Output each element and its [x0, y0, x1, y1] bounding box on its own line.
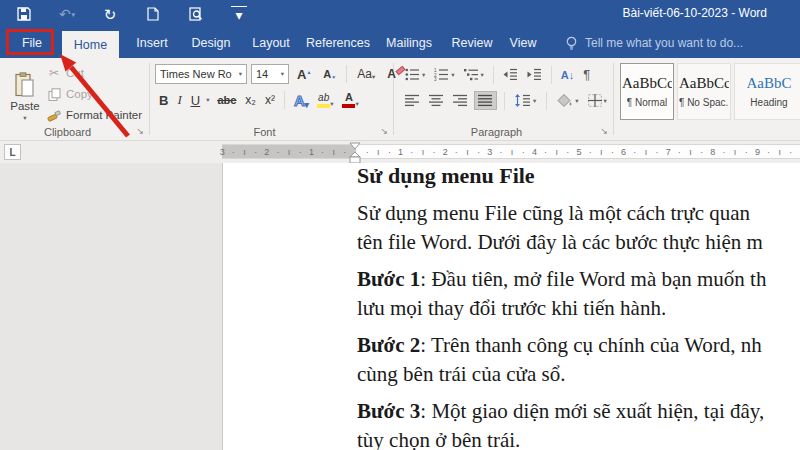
clipboard-dialog-launcher-icon[interactable]: ↘ — [136, 127, 144, 136]
show-hide-pilcrow-button[interactable]: ¶ — [580, 65, 593, 84]
document-area: Sử dụng menu File Sử dụng menu File cũng… — [0, 163, 800, 450]
ruler-row: L 321123456789·ı··ı··ı··ı··ı··ı··ı··ı··ı… — [0, 141, 800, 163]
font-color-bar — [342, 104, 355, 108]
tab-design[interactable]: Design — [183, 28, 239, 58]
line-spacing-button[interactable]: ▾ — [512, 92, 539, 109]
increase-indent-button[interactable] — [524, 66, 545, 83]
tab-mailings[interactable]: Mailings — [377, 28, 441, 58]
style-heading[interactable]: AaBbC Heading — [734, 63, 800, 120]
paragraph-group-label: Paragraph — [394, 126, 599, 138]
cut-button[interactable]: ✂ Cut — [46, 66, 84, 80]
numbering-icon: 123 — [434, 68, 449, 81]
highlight-color-bar — [317, 104, 330, 108]
ribbon: Paste ▾ ✂ Cut Copy Format Painter Clipbo… — [0, 58, 800, 141]
document-page[interactable]: Sử dụng menu File Sử dụng menu File cũng… — [222, 163, 800, 450]
increase-indent-icon — [527, 68, 542, 81]
tab-home[interactable]: Home — [62, 31, 119, 58]
superscript-button[interactable]: x² — [261, 93, 279, 107]
decrease-indent-button[interactable] — [500, 66, 521, 83]
format-painter-icon — [46, 108, 62, 122]
cut-icon: ✂ — [46, 66, 62, 80]
shrink-font-button[interactable]: A▼ — [319, 68, 340, 80]
ruler-ticks: 321123456789·ı··ı··ı··ı··ı··ı··ı··ı··ı··… — [0, 146, 800, 159]
multilevel-list-button[interactable]: ▾ — [461, 66, 487, 83]
shading-icon — [557, 94, 573, 107]
customize-qat-icon[interactable]: ▾ — [231, 6, 247, 22]
align-center-icon — [429, 94, 444, 107]
clipboard-group: Paste ▾ ✂ Cut Copy Format Painter Clipbo… — [0, 58, 149, 140]
font-group-label: Font — [150, 126, 379, 138]
style-normal[interactable]: AaBbCc ¶ Normal — [620, 63, 674, 120]
grow-font-button[interactable]: A▲ — [293, 67, 315, 82]
ribbon-tab-bar: File Home Insert Design Layout Reference… — [0, 28, 800, 58]
save-icon[interactable] — [16, 6, 32, 22]
tab-review[interactable]: Review — [445, 28, 499, 58]
italic-button[interactable]: I — [173, 92, 185, 108]
document-line: cùng bên trái của cửa sổ. — [357, 360, 766, 389]
chevron-down-icon: ▾ — [239, 70, 242, 78]
underline-button[interactable]: U — [187, 93, 204, 108]
shading-button[interactable]: ▾ — [554, 92, 581, 109]
paste-dropdown-caret[interactable]: ▾ — [23, 114, 26, 122]
line-spacing-icon — [515, 94, 531, 107]
new-document-icon[interactable] — [145, 6, 161, 22]
bold-button[interactable]: B — [155, 93, 172, 108]
bullets-icon — [405, 68, 420, 81]
font-size-select[interactable]: 14 ▾ — [251, 64, 289, 84]
horizontal-ruler[interactable]: 321123456789·ı··ı··ı··ı··ı··ı··ı··ı··ı··… — [222, 144, 800, 159]
numbering-button[interactable]: 123 ▾ — [431, 66, 457, 83]
font-name-select[interactable]: Times New Ro ▾ — [155, 64, 247, 84]
tell-me-placeholder: Tell me what you want to do... — [585, 36, 743, 50]
borders-icon — [588, 94, 602, 107]
print-preview-icon[interactable] — [188, 6, 204, 22]
undo-icon[interactable]: ↶▾ — [59, 6, 75, 22]
borders-button[interactable]: ▾ — [585, 92, 610, 109]
justify-button[interactable] — [474, 91, 497, 110]
document-line: tùy chọn ở bên trái. — [357, 426, 766, 450]
document-text: Sử dụng menu File Sử dụng menu File cũng… — [357, 161, 766, 450]
subscript-button[interactable]: x₂ — [241, 93, 260, 107]
window-title: Bài-viết-06-10-2023 - Word — [622, 6, 767, 20]
tell-me-box[interactable]: Tell me what you want to do... — [565, 28, 743, 58]
align-left-button[interactable] — [402, 92, 423, 109]
font-dialog-launcher-icon[interactable]: ↘ — [380, 127, 388, 136]
paste-button[interactable]: Paste ▾ — [6, 64, 44, 130]
text-effects-button[interactable]: A▾ — [290, 92, 312, 109]
font-group: Times New Ro ▾ 14 ▾ A▲ A▼ Aa▾ A B I U ▾ … — [150, 58, 393, 140]
align-right-button[interactable] — [450, 92, 471, 109]
justify-icon — [478, 94, 493, 107]
paragraph-dialog-launcher-icon[interactable]: ↘ — [600, 127, 608, 136]
text-highlight-button[interactable]: ab ▾ — [313, 93, 337, 108]
change-case-button[interactable]: Aa▾ — [353, 67, 379, 81]
style-no-spacing[interactable]: AaBbCc ¶ No Spac... — [677, 63, 731, 120]
tab-references[interactable]: References — [303, 28, 373, 58]
align-center-button[interactable] — [426, 92, 447, 109]
chevron-down-icon: ▾ — [281, 70, 284, 78]
paragraph-group: ▾ 123 ▾ ▾ A↓ ¶ — [394, 58, 613, 140]
svg-text:3: 3 — [434, 77, 437, 81]
redo-icon[interactable]: ↻ — [102, 6, 118, 22]
clipboard-group-label: Clipboard — [0, 126, 135, 138]
strikethrough-button[interactable]: abc — [213, 94, 240, 106]
tab-view[interactable]: View — [503, 28, 543, 58]
quick-access-toolbar: ↶▾ ↻ ▾ — [16, 0, 247, 28]
paste-icon — [15, 72, 35, 98]
title-bar: ↶▾ ↻ ▾ Bài-viết-06-10-2023 - Word — [0, 0, 800, 28]
tab-layout[interactable]: Layout — [243, 28, 299, 58]
font-color-button[interactable]: A ▾ — [338, 92, 362, 108]
format-painter-button[interactable]: Format Painter — [46, 108, 142, 122]
document-line: tên file Word. Dưới đây là các bước thực… — [357, 228, 766, 257]
bullets-button[interactable]: ▾ — [402, 66, 428, 83]
underline-dropdown-caret[interactable]: ▾ — [206, 96, 209, 104]
align-right-icon — [453, 94, 468, 107]
copy-icon — [46, 87, 62, 101]
tab-file[interactable]: File — [8, 28, 56, 58]
document-line: Bước 1: Đầu tiên, mở file Word mà bạn mu… — [357, 265, 766, 294]
document-line: Bước 2: Trên thanh công cụ chính của Wor… — [357, 331, 766, 360]
sort-button[interactable]: A↓ — [558, 67, 577, 83]
decrease-indent-icon — [503, 68, 518, 81]
multilevel-list-icon — [464, 68, 479, 81]
tab-insert[interactable]: Insert — [125, 28, 179, 58]
copy-button[interactable]: Copy — [46, 87, 93, 101]
document-line: Sử dụng menu File cũng là một cách trực … — [357, 199, 766, 228]
